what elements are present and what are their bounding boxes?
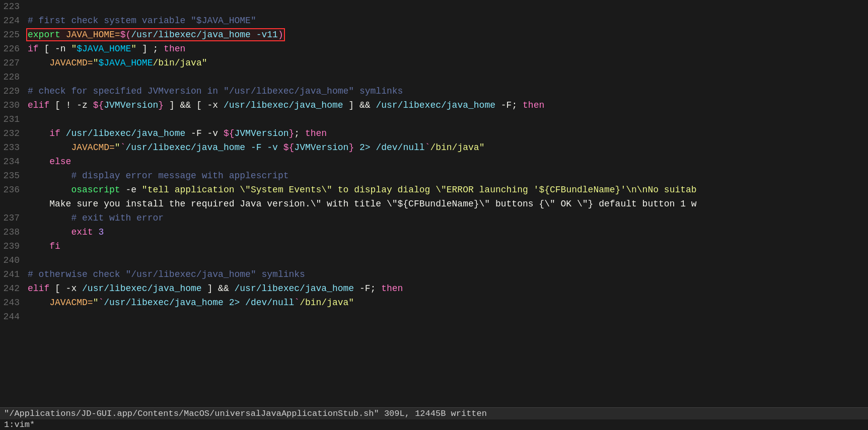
- line-225: 225 export JAVA_HOME=$(/usr/libexec/java…: [0, 28, 868, 42]
- line-223: 223: [0, 0, 868, 14]
- line-241: 241 # otherwise check "/usr/libexec/java…: [0, 268, 868, 282]
- line-num-228: 228: [0, 70, 28, 85]
- line-243: 243 JAVACMD="`/usr/libexec/java_home 2> …: [0, 296, 868, 310]
- line-235: 235 # display error message with applesc…: [0, 169, 868, 183]
- line-229: 229 # check for specified JVMversion in …: [0, 85, 868, 99]
- vim-bar: 1:vim*: [0, 419, 868, 430]
- line-num-229: 229: [0, 85, 28, 99]
- line-242: 242 elif [ -x /usr/libexec/java_home ] &…: [0, 282, 868, 296]
- line-240: 240: [0, 254, 868, 268]
- line-232: 232 if /usr/libexec/java_home -F -v ${JV…: [0, 127, 868, 141]
- status-text: "/Applications/JD-GUI.app/Contents/MacOS…: [4, 409, 487, 418]
- line-238: 238 exit 3: [0, 226, 868, 240]
- line-num-232: 232: [0, 127, 28, 141]
- line-num-239: 239: [0, 240, 28, 254]
- line-num-227: 227: [0, 56, 28, 70]
- line-num-244: 244: [0, 310, 28, 324]
- line-233: 233 JAVACMD="`/usr/libexec/java_home -F …: [0, 141, 868, 155]
- line-num-224: 224: [0, 14, 28, 28]
- line-226: 226 if [ -n "$JAVA_HOME" ] ; then: [0, 42, 868, 56]
- editor: 223 224 # first check system variable "$…: [0, 0, 868, 430]
- line-228: 228: [0, 70, 868, 85]
- line-num-231: 231: [0, 113, 28, 127]
- line-num-230: 230: [0, 99, 28, 113]
- status-bar: "/Applications/JD-GUI.app/Contents/MacOS…: [0, 407, 868, 419]
- line-num-241: 241: [0, 268, 28, 282]
- line-num-233: 233: [0, 141, 28, 155]
- line-num-240: 240: [0, 254, 28, 268]
- line-num-223: 223: [0, 0, 28, 14]
- line-236: 236 osascript -e "tell application \"Sys…: [0, 183, 868, 197]
- line-237: 237 # exit with error: [0, 211, 868, 226]
- line-239: 239 fi: [0, 240, 868, 254]
- line-244: 244: [0, 310, 868, 324]
- line-num-225: 225: [0, 28, 28, 42]
- line-num-237: 237: [0, 211, 28, 226]
- line-num-243: 243: [0, 296, 28, 310]
- line-num-236: 236: [0, 183, 28, 197]
- vim-status: 1:vim*: [4, 420, 35, 429]
- line-num-242: 242: [0, 282, 28, 296]
- line-230: 230 elif [ ! -z ${JVMVersion} ] && [ -x …: [0, 99, 868, 113]
- line-224: 224 # first check system variable "$JAVA…: [0, 14, 868, 28]
- line-227: 227 JAVACMD="$JAVA_HOME/bin/java": [0, 56, 868, 70]
- line-num-226: 226: [0, 42, 28, 56]
- line-234: 234 else: [0, 155, 868, 169]
- line-num-cont: [0, 197, 28, 211]
- line-231: 231: [0, 113, 868, 127]
- line-num-234: 234: [0, 155, 28, 169]
- line-num-238: 238: [0, 226, 28, 240]
- line-236-cont: Make sure you install the required Java …: [0, 197, 868, 211]
- code-area[interactable]: 223 224 # first check system variable "$…: [0, 0, 868, 407]
- line-num-235: 235: [0, 169, 28, 183]
